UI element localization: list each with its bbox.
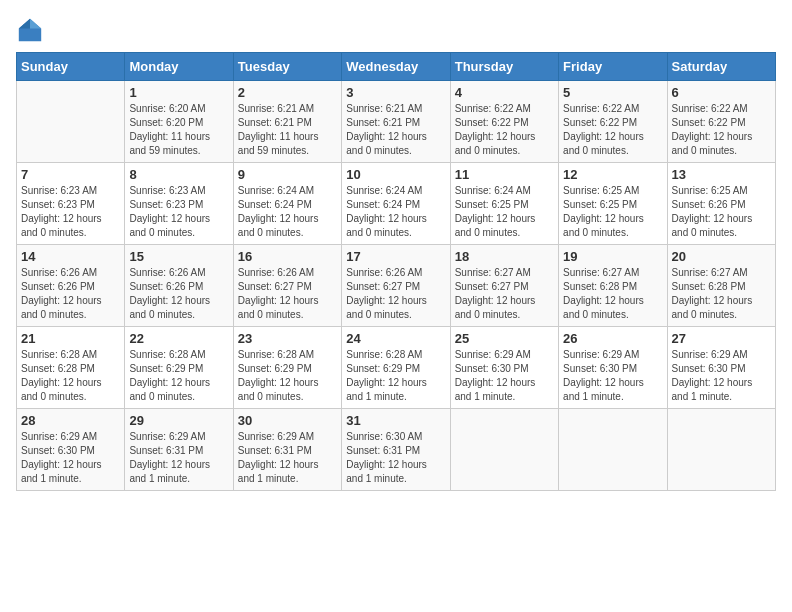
calendar-cell: 7Sunrise: 6:23 AM Sunset: 6:23 PM Daylig…: [17, 163, 125, 245]
calendar-cell: 27Sunrise: 6:29 AM Sunset: 6:30 PM Dayli…: [667, 327, 775, 409]
calendar-cell: 18Sunrise: 6:27 AM Sunset: 6:27 PM Dayli…: [450, 245, 558, 327]
calendar-cell: 6Sunrise: 6:22 AM Sunset: 6:22 PM Daylig…: [667, 81, 775, 163]
day-number: 31: [346, 413, 445, 428]
day-info: Sunrise: 6:25 AM Sunset: 6:26 PM Dayligh…: [672, 184, 771, 240]
day-number: 5: [563, 85, 662, 100]
day-number: 22: [129, 331, 228, 346]
day-number: 23: [238, 331, 337, 346]
page-header: [16, 16, 776, 44]
day-number: 19: [563, 249, 662, 264]
day-info: Sunrise: 6:29 AM Sunset: 6:31 PM Dayligh…: [129, 430, 228, 486]
day-info: Sunrise: 6:28 AM Sunset: 6:28 PM Dayligh…: [21, 348, 120, 404]
day-number: 10: [346, 167, 445, 182]
day-info: Sunrise: 6:29 AM Sunset: 6:30 PM Dayligh…: [21, 430, 120, 486]
day-number: 12: [563, 167, 662, 182]
day-number: 21: [21, 331, 120, 346]
day-info: Sunrise: 6:20 AM Sunset: 6:20 PM Dayligh…: [129, 102, 228, 158]
weekday-header-saturday: Saturday: [667, 53, 775, 81]
day-info: Sunrise: 6:21 AM Sunset: 6:21 PM Dayligh…: [346, 102, 445, 158]
day-info: Sunrise: 6:29 AM Sunset: 6:31 PM Dayligh…: [238, 430, 337, 486]
day-info: Sunrise: 6:22 AM Sunset: 6:22 PM Dayligh…: [563, 102, 662, 158]
calendar-week-row: 1Sunrise: 6:20 AM Sunset: 6:20 PM Daylig…: [17, 81, 776, 163]
calendar-cell: [559, 409, 667, 491]
calendar-cell: 1Sunrise: 6:20 AM Sunset: 6:20 PM Daylig…: [125, 81, 233, 163]
calendar-week-row: 21Sunrise: 6:28 AM Sunset: 6:28 PM Dayli…: [17, 327, 776, 409]
day-number: 7: [21, 167, 120, 182]
day-info: Sunrise: 6:28 AM Sunset: 6:29 PM Dayligh…: [346, 348, 445, 404]
calendar-cell: 31Sunrise: 6:30 AM Sunset: 6:31 PM Dayli…: [342, 409, 450, 491]
day-info: Sunrise: 6:26 AM Sunset: 6:27 PM Dayligh…: [346, 266, 445, 322]
calendar-cell: 30Sunrise: 6:29 AM Sunset: 6:31 PM Dayli…: [233, 409, 341, 491]
day-info: Sunrise: 6:24 AM Sunset: 6:24 PM Dayligh…: [346, 184, 445, 240]
weekday-header-tuesday: Tuesday: [233, 53, 341, 81]
calendar-table: SundayMondayTuesdayWednesdayThursdayFrid…: [16, 52, 776, 491]
day-info: Sunrise: 6:22 AM Sunset: 6:22 PM Dayligh…: [672, 102, 771, 158]
day-number: 11: [455, 167, 554, 182]
day-info: Sunrise: 6:24 AM Sunset: 6:24 PM Dayligh…: [238, 184, 337, 240]
day-info: Sunrise: 6:22 AM Sunset: 6:22 PM Dayligh…: [455, 102, 554, 158]
calendar-cell: 15Sunrise: 6:26 AM Sunset: 6:26 PM Dayli…: [125, 245, 233, 327]
calendar-cell: 12Sunrise: 6:25 AM Sunset: 6:25 PM Dayli…: [559, 163, 667, 245]
day-number: 14: [21, 249, 120, 264]
day-info: Sunrise: 6:26 AM Sunset: 6:26 PM Dayligh…: [21, 266, 120, 322]
calendar-cell: 16Sunrise: 6:26 AM Sunset: 6:27 PM Dayli…: [233, 245, 341, 327]
day-info: Sunrise: 6:27 AM Sunset: 6:27 PM Dayligh…: [455, 266, 554, 322]
day-info: Sunrise: 6:26 AM Sunset: 6:27 PM Dayligh…: [238, 266, 337, 322]
calendar-cell: 10Sunrise: 6:24 AM Sunset: 6:24 PM Dayli…: [342, 163, 450, 245]
day-number: 4: [455, 85, 554, 100]
calendar-cell: 28Sunrise: 6:29 AM Sunset: 6:30 PM Dayli…: [17, 409, 125, 491]
weekday-header-row: SundayMondayTuesdayWednesdayThursdayFrid…: [17, 53, 776, 81]
day-number: 9: [238, 167, 337, 182]
day-info: Sunrise: 6:27 AM Sunset: 6:28 PM Dayligh…: [672, 266, 771, 322]
day-info: Sunrise: 6:23 AM Sunset: 6:23 PM Dayligh…: [129, 184, 228, 240]
calendar-cell: 8Sunrise: 6:23 AM Sunset: 6:23 PM Daylig…: [125, 163, 233, 245]
day-number: 2: [238, 85, 337, 100]
calendar-cell: 19Sunrise: 6:27 AM Sunset: 6:28 PM Dayli…: [559, 245, 667, 327]
svg-marker-1: [30, 19, 41, 29]
calendar-cell: 22Sunrise: 6:28 AM Sunset: 6:29 PM Dayli…: [125, 327, 233, 409]
calendar-cell: 11Sunrise: 6:24 AM Sunset: 6:25 PM Dayli…: [450, 163, 558, 245]
day-info: Sunrise: 6:29 AM Sunset: 6:30 PM Dayligh…: [672, 348, 771, 404]
day-number: 26: [563, 331, 662, 346]
calendar-week-row: 14Sunrise: 6:26 AM Sunset: 6:26 PM Dayli…: [17, 245, 776, 327]
day-info: Sunrise: 6:27 AM Sunset: 6:28 PM Dayligh…: [563, 266, 662, 322]
weekday-header-monday: Monday: [125, 53, 233, 81]
day-info: Sunrise: 6:24 AM Sunset: 6:25 PM Dayligh…: [455, 184, 554, 240]
day-info: Sunrise: 6:21 AM Sunset: 6:21 PM Dayligh…: [238, 102, 337, 158]
day-number: 8: [129, 167, 228, 182]
calendar-cell: 9Sunrise: 6:24 AM Sunset: 6:24 PM Daylig…: [233, 163, 341, 245]
day-info: Sunrise: 6:25 AM Sunset: 6:25 PM Dayligh…: [563, 184, 662, 240]
day-info: Sunrise: 6:28 AM Sunset: 6:29 PM Dayligh…: [129, 348, 228, 404]
calendar-cell: 23Sunrise: 6:28 AM Sunset: 6:29 PM Dayli…: [233, 327, 341, 409]
day-number: 13: [672, 167, 771, 182]
day-number: 3: [346, 85, 445, 100]
day-number: 17: [346, 249, 445, 264]
day-number: 27: [672, 331, 771, 346]
day-number: 16: [238, 249, 337, 264]
logo-icon: [16, 16, 44, 44]
calendar-cell: 21Sunrise: 6:28 AM Sunset: 6:28 PM Dayli…: [17, 327, 125, 409]
calendar-week-row: 7Sunrise: 6:23 AM Sunset: 6:23 PM Daylig…: [17, 163, 776, 245]
day-info: Sunrise: 6:30 AM Sunset: 6:31 PM Dayligh…: [346, 430, 445, 486]
day-info: Sunrise: 6:26 AM Sunset: 6:26 PM Dayligh…: [129, 266, 228, 322]
day-number: 24: [346, 331, 445, 346]
calendar-week-row: 28Sunrise: 6:29 AM Sunset: 6:30 PM Dayli…: [17, 409, 776, 491]
calendar-cell: 26Sunrise: 6:29 AM Sunset: 6:30 PM Dayli…: [559, 327, 667, 409]
calendar-cell: 24Sunrise: 6:28 AM Sunset: 6:29 PM Dayli…: [342, 327, 450, 409]
day-number: 20: [672, 249, 771, 264]
day-info: Sunrise: 6:29 AM Sunset: 6:30 PM Dayligh…: [563, 348, 662, 404]
day-info: Sunrise: 6:28 AM Sunset: 6:29 PM Dayligh…: [238, 348, 337, 404]
calendar-cell: 20Sunrise: 6:27 AM Sunset: 6:28 PM Dayli…: [667, 245, 775, 327]
calendar-cell: [17, 81, 125, 163]
calendar-cell: [450, 409, 558, 491]
day-number: 15: [129, 249, 228, 264]
calendar-cell: 17Sunrise: 6:26 AM Sunset: 6:27 PM Dayli…: [342, 245, 450, 327]
day-number: 1: [129, 85, 228, 100]
day-number: 30: [238, 413, 337, 428]
calendar-cell: 3Sunrise: 6:21 AM Sunset: 6:21 PM Daylig…: [342, 81, 450, 163]
day-info: Sunrise: 6:23 AM Sunset: 6:23 PM Dayligh…: [21, 184, 120, 240]
calendar-cell: 14Sunrise: 6:26 AM Sunset: 6:26 PM Dayli…: [17, 245, 125, 327]
day-info: Sunrise: 6:29 AM Sunset: 6:30 PM Dayligh…: [455, 348, 554, 404]
calendar-cell: 29Sunrise: 6:29 AM Sunset: 6:31 PM Dayli…: [125, 409, 233, 491]
weekday-header-thursday: Thursday: [450, 53, 558, 81]
